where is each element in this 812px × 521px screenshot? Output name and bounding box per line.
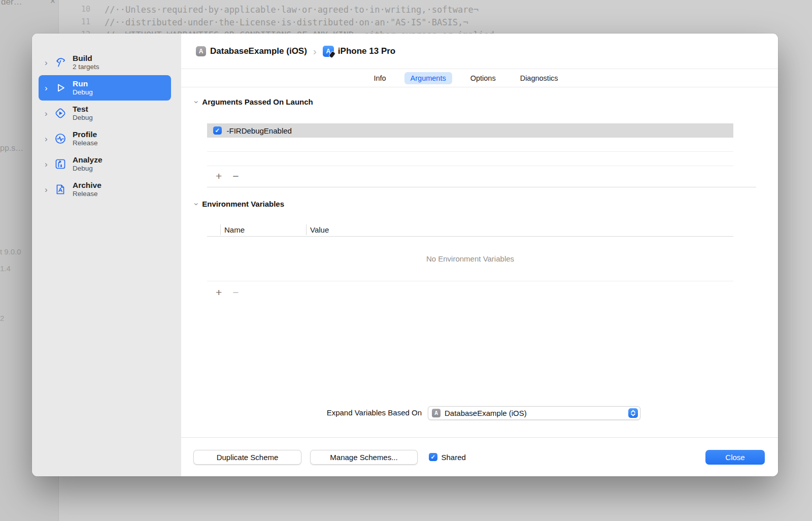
- disclosure-chevron-icon[interactable]: ›: [45, 160, 53, 169]
- app-target-icon: A: [432, 409, 441, 417]
- scheme-header: A DatabaseExample (iOS) › A iPhone 13 Pr…: [181, 34, 778, 69]
- expand-variables-popup[interactable]: A DatabaseExample (iOS): [428, 406, 640, 420]
- sidebar-item-title: Build: [73, 53, 99, 63]
- env-section-header: › Environment Variables: [195, 200, 284, 208]
- tab-close-icon[interactable]: ✕: [50, 0, 56, 5]
- arguments-add-remove: + −: [216, 171, 239, 181]
- argument-label[interactable]: -FIRDebugEnabled: [227, 126, 292, 135]
- sidebar-item-title: Run: [73, 79, 93, 88]
- sidebar-item-subtitle: Debug: [73, 88, 93, 97]
- navigator-item: t 9.0.0: [0, 247, 21, 256]
- argument-checkbox[interactable]: ✓: [213, 126, 222, 135]
- empty-row: [207, 138, 733, 152]
- sidebar-item-title: Archive: [73, 180, 101, 190]
- add-env-var-button[interactable]: +: [216, 287, 222, 298]
- tab-diagnostics[interactable]: Diagnostics: [514, 72, 564, 84]
- popup-stepper-icon[interactable]: [628, 408, 638, 418]
- hammer-icon: [53, 55, 68, 70]
- device-icon: A: [323, 46, 334, 57]
- scheme-editor-dialog: › Build 2 targets › Run Debug: [32, 34, 778, 476]
- env-add-remove: + −: [216, 287, 239, 298]
- section-divider: [207, 187, 756, 187]
- breadcrumb-chevron-icon: ›: [313, 45, 317, 57]
- analyze-branch-icon: [53, 157, 68, 171]
- sidebar-item-subtitle: Release: [73, 139, 98, 148]
- env-table-header: Name Value: [207, 223, 733, 237]
- sidebar-item-archive[interactable]: › Archive Release: [39, 177, 171, 202]
- scheme-sidebar: › Build 2 targets › Run Debug: [32, 34, 181, 476]
- sidebar-item-analyze[interactable]: › Analyze Debug: [39, 151, 171, 177]
- disclosure-chevron-icon[interactable]: ›: [45, 84, 53, 92]
- disclosure-chevron-icon[interactable]: ›: [45, 109, 53, 118]
- expand-variables-row: Expand Variables Based On A DatabaseExam…: [181, 406, 778, 420]
- code-text: //··Unless·required·by·applicable·law·or…: [105, 5, 479, 15]
- code-text: //··distributed·under·the·License·is·dis…: [105, 17, 468, 27]
- dialog-footer: Duplicate Scheme Manage Schemes... ✓ Sha…: [181, 437, 778, 476]
- sidebar-item-profile[interactable]: › Profile Release: [39, 126, 171, 151]
- disclosure-chevron-icon[interactable]: ›: [45, 185, 53, 194]
- breadcrumb: A DatabaseExample (iOS) › A iPhone 13 Pr…: [196, 45, 395, 57]
- env-empty-placeholder: No Environment Variables: [207, 237, 733, 281]
- remove-env-var-button[interactable]: −: [232, 287, 239, 298]
- sidebar-item-run[interactable]: › Run Debug: [39, 75, 171, 101]
- disclosure-chevron-icon[interactable]: ›: [45, 58, 53, 67]
- env-column-value: Value: [310, 225, 329, 234]
- arguments-section-header: › Arguments Passed On Launch: [195, 97, 313, 106]
- env-table: Name Value No Environment Variables: [207, 223, 733, 281]
- code-line: 11 //··distributed·under·the·License·is·…: [59, 17, 812, 30]
- expand-variables-label: Expand Variables Based On: [327, 408, 422, 417]
- env-column-name: Name: [224, 225, 245, 234]
- profile-pulse-icon: [53, 132, 68, 146]
- tab-bar: Info Arguments Options Diagnostics: [181, 69, 778, 87]
- column-divider: [220, 224, 221, 235]
- navigator-item: 1.4: [0, 264, 11, 273]
- popup-selected-value: DatabaseExample (iOS): [445, 409, 628, 417]
- navigator-file-label: pp.s…: [0, 144, 23, 153]
- section-chevron-icon[interactable]: ›: [192, 203, 200, 205]
- line-number: 11: [59, 17, 90, 26]
- add-argument-button[interactable]: +: [216, 171, 222, 181]
- archive-document-icon: [53, 182, 68, 197]
- section-title: Arguments Passed On Launch: [202, 97, 313, 106]
- shared-label: Shared: [442, 453, 466, 462]
- arguments-table: ✓ -FIRDebugEnabled: [207, 123, 733, 166]
- scheme-main-panel: A DatabaseExample (iOS) › A iPhone 13 Pr…: [181, 34, 778, 476]
- sidebar-item-subtitle: Debug: [73, 165, 103, 173]
- sidebar-item-title: Profile: [73, 129, 98, 139]
- shared-checkbox[interactable]: ✓: [429, 453, 437, 462]
- test-diamond-icon: [53, 106, 68, 120]
- tab-options[interactable]: Options: [464, 72, 502, 84]
- close-button[interactable]: Close: [705, 450, 765, 465]
- shared-checkbox-group[interactable]: ✓ Shared: [429, 453, 466, 462]
- tab-arguments[interactable]: Arguments: [404, 72, 452, 84]
- breadcrumb-project[interactable]: DatabaseExample (iOS): [210, 46, 307, 56]
- disclosure-chevron-icon[interactable]: ›: [45, 135, 53, 143]
- breadcrumb-device[interactable]: iPhone 13 Pro: [338, 46, 395, 56]
- sidebar-item-subtitle: Debug: [73, 114, 93, 122]
- argument-row[interactable]: ✓ -FIRDebugEnabled: [207, 123, 733, 138]
- sidebar-item-subtitle: Release: [73, 190, 101, 199]
- play-icon: [53, 81, 68, 95]
- line-number: 10: [59, 5, 90, 14]
- remove-argument-button[interactable]: −: [232, 171, 239, 181]
- navigator-item: 2: [0, 314, 4, 322]
- editor-tab-title: der…: [1, 0, 22, 7]
- section-chevron-icon[interactable]: ›: [192, 101, 200, 103]
- app-target-icon: A: [196, 46, 206, 56]
- column-divider[interactable]: [306, 224, 307, 235]
- section-title: Environment Variables: [202, 200, 284, 208]
- tab-info[interactable]: Info: [367, 72, 392, 84]
- sidebar-item-subtitle: 2 targets: [73, 63, 99, 72]
- empty-row: [207, 152, 733, 166]
- arguments-tab-content: › Arguments Passed On Launch ✓ -FIRDebug…: [181, 87, 778, 437]
- sidebar-item-build[interactable]: › Build 2 targets: [39, 50, 171, 75]
- duplicate-scheme-button[interactable]: Duplicate Scheme: [193, 450, 301, 465]
- manage-schemes-button[interactable]: Manage Schemes...: [310, 450, 418, 465]
- sidebar-item-title: Analyze: [73, 155, 103, 165]
- sidebar-item-test[interactable]: › Test Debug: [39, 101, 171, 126]
- code-line: 10 //··Unless·required·by·applicable·law…: [59, 5, 812, 18]
- sidebar-item-title: Test: [73, 104, 93, 114]
